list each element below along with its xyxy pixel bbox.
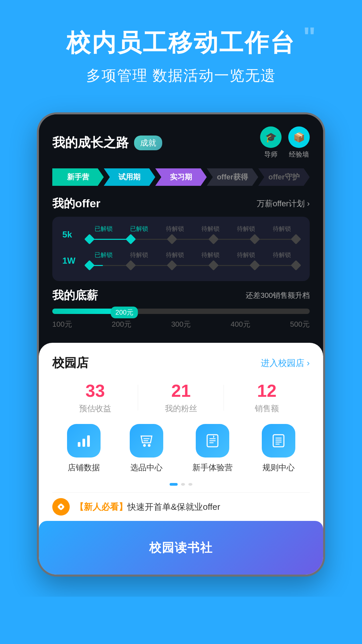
offer-amount-5k: 5k bbox=[62, 229, 82, 240]
announcement-text: 【新人必看】快速开首单&保就业offer bbox=[75, 501, 220, 513]
offer-label-1w-5: 待解锁 bbox=[264, 251, 300, 259]
header-subtitle: 多项管理 数据活动一览无遗 bbox=[13, 66, 349, 86]
step-shiyongqi[interactable]: 试用期 bbox=[104, 168, 156, 186]
offer-label-5k-0: 已解锁 bbox=[86, 225, 121, 233]
bottom-card-text: 校园读书社 bbox=[149, 540, 213, 556]
svg-point-4 bbox=[148, 444, 150, 447]
offer-label-1w-0: 已解锁 bbox=[86, 251, 121, 259]
tutor-label: 导师 bbox=[264, 150, 278, 159]
offer-section-title: 我的offer bbox=[52, 196, 101, 211]
step-offer-guard[interactable]: offer守护 bbox=[258, 168, 310, 186]
offer-plan-link[interactable]: 万薪offer计划 › bbox=[257, 198, 310, 209]
action-product-center[interactable]: 选品中心 bbox=[130, 424, 163, 473]
offer-dot-1w-2 bbox=[167, 260, 177, 270]
product-center-icon bbox=[130, 424, 163, 458]
svg-rect-6 bbox=[273, 435, 284, 447]
tutor-icon-btn[interactable]: 🎓 导师 bbox=[260, 126, 282, 159]
step-shixiqi[interactable]: 实习期 bbox=[155, 168, 207, 186]
dot-1 bbox=[181, 483, 185, 486]
salary-label-300: 300元 bbox=[171, 319, 191, 329]
salary-label-400: 400元 bbox=[231, 319, 250, 329]
offer-section: 我的offer 万薪offer计划 › 5k 已解锁 已解锁 bbox=[52, 196, 310, 281]
experience-wall-label: 经验墙 bbox=[289, 150, 309, 159]
offer-label-1w-4: 待解锁 bbox=[228, 251, 264, 259]
stat-sales-label: 销售额 bbox=[224, 403, 310, 414]
experience-wall-icon: 📦 bbox=[288, 126, 310, 148]
stat-sales-number: 12 bbox=[224, 381, 310, 400]
achievement-badge: 成就 bbox=[134, 136, 162, 150]
salary-labels: 100元 200元 300元 400元 500元 bbox=[52, 319, 310, 329]
growth-icons: 🎓 导师 📦 经验墙 bbox=[260, 126, 310, 159]
svg-rect-0 bbox=[78, 442, 80, 447]
action-newbie-camp[interactable]: 新手体验营 bbox=[192, 424, 233, 473]
offer-dot-5k-5 bbox=[291, 234, 301, 244]
offer-dot-5k-2 bbox=[167, 234, 177, 244]
stat-fans-label: 我的粉丝 bbox=[138, 403, 224, 414]
stat-fans-number: 21 bbox=[138, 381, 224, 400]
action-store-data-label: 店铺数据 bbox=[68, 462, 100, 473]
salary-hint: 还差300销售额升档 bbox=[246, 290, 310, 301]
phone-mockup: 我的成长之路 成就 🎓 导师 📦 经验墙 bbox=[0, 112, 362, 577]
steps-bar: 新手营 试用期 实习期 offer获得 offer守护 bbox=[52, 168, 310, 186]
offer-label-5k-4: 待解锁 bbox=[228, 225, 264, 233]
salary-current-marker: 200元 bbox=[111, 307, 138, 318]
offer-dot-1w-5 bbox=[291, 260, 301, 270]
header-section: 校内员工移动工作台 " 多项管理 数据活动一览无遗 bbox=[0, 0, 362, 106]
action-rules-center-label: 规则中心 bbox=[262, 462, 295, 473]
offer-label-1w-1: 待解锁 bbox=[121, 251, 157, 259]
campus-store-link[interactable]: 进入校园店 › bbox=[261, 357, 310, 369]
stats-row: 33 预估收益 21 我的粉丝 12 销售额 bbox=[52, 381, 310, 414]
offer-dot-1w-0 bbox=[84, 260, 95, 270]
action-store-data[interactable]: 店铺数据 bbox=[67, 424, 101, 473]
offer-amount-1w: 1W bbox=[62, 256, 82, 266]
newbie-camp-icon bbox=[196, 424, 229, 458]
offer-dot-5k-4 bbox=[249, 234, 260, 244]
pagination-dots bbox=[52, 483, 310, 486]
offer-label-5k-1: 已解锁 bbox=[121, 225, 157, 233]
action-product-center-label: 选品中心 bbox=[130, 462, 163, 473]
step-offer-get[interactable]: offer获得 bbox=[207, 168, 258, 186]
salary-section: 我的底薪 还差300销售额升档 200元 100元 200元 300元 400元… bbox=[52, 288, 310, 329]
campus-header: 校园店 进入校园店 › bbox=[52, 355, 310, 371]
svg-point-7 bbox=[60, 506, 62, 508]
campus-store-title: 校园店 bbox=[52, 355, 88, 371]
offer-card: 5k 已解锁 已解锁 待解锁 待解锁 待解锁 待解锁 bbox=[52, 217, 310, 281]
offer-dot-1w-1 bbox=[126, 260, 136, 270]
dot-active bbox=[170, 483, 178, 486]
quote-decoration: " bbox=[303, 23, 316, 50]
offer-label-5k-3: 待解锁 bbox=[193, 225, 228, 233]
announce-icon bbox=[52, 498, 70, 516]
salary-label-500: 500元 bbox=[290, 319, 310, 329]
stat-fans: 21 我的粉丝 bbox=[138, 381, 224, 414]
actions-row: 店铺数据 选品中心 bbox=[52, 424, 310, 473]
stat-revenue-number: 33 bbox=[52, 381, 138, 400]
offer-label-5k-5: 待解锁 bbox=[264, 225, 300, 233]
offer-label-1w-2: 待解锁 bbox=[157, 251, 193, 259]
stat-revenue: 33 预估收益 bbox=[52, 381, 138, 414]
experience-wall-btn[interactable]: 📦 经验墙 bbox=[288, 126, 310, 159]
offer-dot-1w-3 bbox=[208, 260, 219, 270]
stat-sales: 12 销售额 bbox=[224, 381, 310, 414]
announcement-bar[interactable]: 【新人必看】快速开首单&保就业offer bbox=[52, 492, 310, 521]
salary-bar: 200元 bbox=[52, 309, 310, 314]
offer-dot-5k-1 bbox=[126, 234, 136, 244]
header-title: 校内员工移动工作台 bbox=[66, 27, 296, 59]
campus-store-section: 校园店 进入校园店 › 33 预估收益 21 我的粉丝 12 销售额 bbox=[39, 343, 323, 575]
step-xinshouying[interactable]: 新手营 bbox=[52, 168, 104, 186]
svg-rect-2 bbox=[87, 435, 90, 447]
growth-title: 我的成长之路 bbox=[52, 134, 129, 151]
stat-revenue-label: 预估收益 bbox=[52, 403, 138, 414]
dot-2 bbox=[188, 483, 192, 486]
offer-dot-1w-4 bbox=[249, 260, 260, 270]
growth-section: 我的成长之路 成就 🎓 导师 📦 经验墙 bbox=[39, 114, 323, 339]
offer-label-5k-2: 待解锁 bbox=[157, 225, 193, 233]
phone-screen: 我的成长之路 成就 🎓 导师 📦 经验墙 bbox=[37, 112, 325, 577]
bottom-card[interactable]: 校园读书社 bbox=[39, 521, 323, 575]
svg-rect-1 bbox=[82, 439, 85, 447]
salary-label-100: 100元 bbox=[52, 319, 72, 329]
svg-point-3 bbox=[143, 444, 146, 447]
salary-title: 我的底薪 bbox=[52, 288, 98, 303]
action-rules-center[interactable]: 规则中心 bbox=[262, 424, 295, 473]
tutor-icon: 🎓 bbox=[260, 126, 282, 148]
action-newbie-camp-label: 新手体验营 bbox=[192, 462, 233, 473]
